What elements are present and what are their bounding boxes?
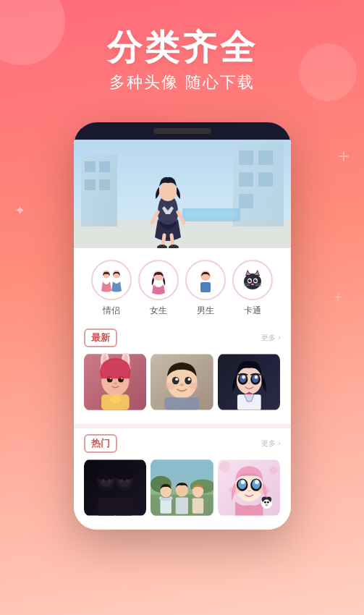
- svg-rect-99: [176, 497, 188, 514]
- category-girl-label: 女生: [150, 305, 167, 317]
- category-couple[interactable]: 情侣: [91, 260, 132, 317]
- svg-rect-68: [164, 397, 199, 410]
- svg-rect-4: [99, 161, 110, 172]
- svg-point-120: [265, 504, 268, 506]
- latest-tag: 最新: [84, 328, 117, 347]
- hero-svg: [74, 140, 291, 248]
- svg-rect-12: [239, 194, 253, 208]
- category-couple-label: 情侣: [103, 305, 120, 317]
- svg-rect-9: [258, 150, 273, 165]
- svg-point-64: [188, 378, 191, 381]
- svg-rect-90: [115, 498, 132, 515]
- svg-point-87: [120, 479, 123, 483]
- svg-rect-5: [85, 179, 96, 190]
- latest-more[interactable]: 更多 ›: [261, 332, 281, 343]
- header: 分类齐全 多种头像 随心下载: [0, 0, 364, 108]
- svg-point-39: [251, 284, 254, 285]
- svg-point-65: [180, 383, 185, 386]
- svg-point-88: [125, 479, 128, 483]
- phone-notch-pill: [153, 128, 211, 134]
- category-cartoon-label: 卡通: [244, 305, 261, 317]
- main-title: 分类齐全: [14, 29, 350, 67]
- category-boy-label: 男生: [197, 305, 214, 317]
- hot-more-label: 更多: [261, 439, 276, 447]
- latest-image-1[interactable]: [84, 353, 147, 411]
- svg-point-86: [107, 479, 110, 483]
- svg-point-85: [102, 479, 105, 483]
- svg-point-111: [255, 480, 259, 484]
- svg-point-56: [114, 382, 117, 384]
- svg-point-58: [109, 395, 120, 404]
- svg-point-28: [244, 273, 261, 289]
- svg-line-43: [255, 285, 261, 286]
- category-cartoon-icon: [232, 260, 273, 300]
- svg-point-37: [250, 279, 251, 281]
- svg-point-62: [185, 377, 192, 385]
- category-couple-icon: [91, 260, 132, 300]
- category-boy[interactable]: 男生: [185, 260, 226, 317]
- svg-point-38: [255, 279, 257, 281]
- svg-point-104: [269, 466, 278, 475]
- svg-point-84: [115, 470, 133, 480]
- svg-rect-11: [258, 172, 273, 187]
- hero-image: [74, 140, 291, 248]
- hot-image-2[interactable]: [151, 459, 213, 517]
- svg-point-16: [159, 182, 177, 201]
- hot-more-arrow: ›: [278, 439, 280, 447]
- latest-image-3[interactable]: [218, 353, 281, 411]
- hot-more[interactable]: 更多 ›: [261, 438, 281, 449]
- svg-point-110: [241, 480, 245, 484]
- svg-rect-6: [99, 179, 110, 190]
- hot-section: 热门 更多 ›: [74, 428, 291, 530]
- svg-rect-89: [98, 498, 115, 515]
- category-girl-icon: [138, 260, 179, 300]
- hot-image-grid: [84, 459, 281, 517]
- svg-line-41: [244, 285, 250, 286]
- svg-point-118: [264, 501, 266, 504]
- category-boy-icon: [185, 260, 226, 300]
- phone-body: 情侣 女生: [74, 122, 291, 530]
- svg-point-119: [267, 501, 269, 504]
- hot-image-3[interactable]: [218, 459, 281, 517]
- phone-mockup: 情侣 女生: [0, 122, 364, 530]
- svg-point-103: [219, 461, 230, 472]
- svg-rect-27: [200, 282, 211, 292]
- svg-rect-101: [192, 498, 203, 513]
- svg-rect-14: [186, 211, 237, 218]
- latest-more-label: 更多: [261, 334, 276, 342]
- hot-image-1[interactable]: [84, 459, 147, 517]
- svg-rect-8: [239, 150, 253, 165]
- svg-point-113: [258, 487, 269, 494]
- latest-image-grid: [84, 353, 281, 411]
- svg-point-75: [242, 376, 245, 379]
- svg-point-76: [254, 376, 258, 379]
- latest-image-2[interactable]: [151, 353, 213, 411]
- svg-point-61: [172, 377, 179, 385]
- categories-row: 情侣 女生: [74, 248, 291, 323]
- sub-title: 多种头像 随心下载: [14, 72, 350, 93]
- svg-point-66: [165, 383, 174, 390]
- category-cartoon[interactable]: 卡通: [232, 260, 273, 317]
- background: + + ✦ 分类齐全 多种头像 随心下载: [0, 0, 364, 615]
- svg-rect-10: [239, 172, 253, 187]
- svg-point-83: [97, 470, 115, 480]
- hot-tag: 热门: [84, 434, 117, 453]
- svg-point-67: [189, 383, 198, 390]
- latest-section-header: 最新 更多 ›: [84, 328, 281, 347]
- svg-point-63: [175, 378, 178, 381]
- latest-section: 最新 更多 ›: [74, 323, 291, 424]
- svg-point-112: [229, 487, 240, 494]
- hot-section-header: 热门 更多 ›: [84, 434, 281, 453]
- latest-more-arrow: ›: [278, 334, 280, 342]
- svg-rect-3: [85, 161, 96, 172]
- phone-notch: [74, 122, 291, 140]
- category-girl[interactable]: 女生: [138, 260, 179, 317]
